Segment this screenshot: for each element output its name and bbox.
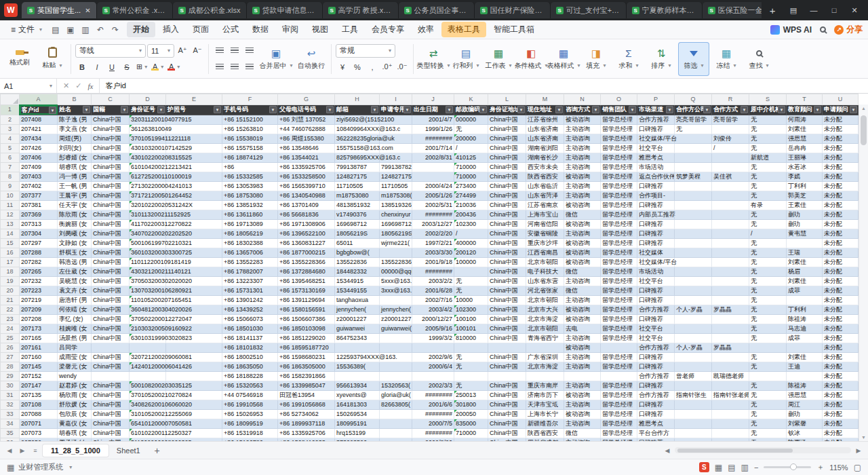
- cell[interactable]: +86 1533258500: [278, 172, 335, 181]
- cell[interactable]: 207208: [20, 314, 58, 324]
- filter-dropdown-icon[interactable]: ▼: [121, 106, 128, 113]
- cell[interactable]: 150269534: [335, 409, 380, 419]
- cell[interactable]: 630103199903020823: [130, 333, 166, 343]
- cell[interactable]: 左仕葳 (女: [58, 267, 92, 276]
- cell[interactable]: [712, 276, 749, 286]
- cell[interactable]: m18753080: [335, 191, 380, 200]
- cell[interactable]: 未分配: [823, 238, 859, 248]
- cell[interactable]: 丁利利: [787, 305, 823, 314]
- cell[interactable]: 15344915: [335, 276, 380, 286]
- document-tab[interactable]: S可过_支付宝+滴滴...: [551, 2, 627, 18]
- row-number[interactable]: 35: [1, 428, 20, 438]
- cell[interactable]: 142401200006041426: [130, 362, 166, 371]
- table-header-cell[interactable]: 手机号码▼: [222, 105, 278, 115]
- cell[interactable]: 曾老师: [675, 371, 712, 381]
- cell[interactable]: 口碑推荐: [637, 314, 675, 324]
- cell[interactable]: 273400: [454, 181, 488, 191]
- table-header-cell[interactable]: 合作方公司▼: [675, 105, 712, 115]
- cell[interactable]: [675, 362, 712, 371]
- cell[interactable]: 周煜(男): [58, 134, 92, 143]
- cell[interactable]: 河南省信阳: [526, 219, 564, 229]
- align-top-icon[interactable]: [213, 44, 226, 58]
- cell[interactable]: China中国: [488, 295, 526, 305]
- paste-button[interactable]: 粘贴▾: [38, 42, 66, 76]
- cell[interactable]: 被动咨询: [564, 409, 601, 419]
- horizontal-scrollbar[interactable]: [675, 447, 851, 453]
- cell[interactable]: 口碑推荐: [637, 229, 675, 238]
- table-header-cell[interactable]: 咨询方式▼: [564, 105, 601, 115]
- cell[interactable]: 社交媒体/平台: [637, 257, 675, 267]
- cell[interactable]: 赵君婷 (女: [58, 381, 92, 390]
- cell[interactable]: +86 刘慧 137052: [278, 115, 335, 124]
- row-number[interactable]: 11: [1, 200, 20, 210]
- cell[interactable]: 未分配: [823, 419, 859, 428]
- share-button[interactable]: ↗ 分享: [834, 24, 863, 35]
- cell[interactable]: +86 1508410933: [278, 438, 335, 441]
- cell[interactable]: 835000: [454, 419, 488, 428]
- cell[interactable]: 未分配: [823, 343, 859, 352]
- row-number[interactable]: 8: [1, 172, 20, 181]
- cell[interactable]: 2002/8/20: [412, 438, 454, 441]
- cell[interactable]: 留学总经理: [601, 419, 637, 428]
- cell[interactable]: 留学总经理: [601, 153, 637, 162]
- cell[interactable]: 100000: [454, 257, 488, 267]
- cell[interactable]: 5xxx@163.c: [380, 276, 412, 286]
- font-color-icon[interactable]: A▾: [166, 60, 181, 74]
- cell[interactable]: 北京市朝阳: [526, 295, 564, 305]
- cell[interactable]: China中国: [92, 362, 130, 371]
- cell[interactable]: China中国: [92, 305, 130, 314]
- cell[interactable]: [335, 371, 380, 381]
- cell[interactable]: 未分配: [823, 181, 859, 191]
- cell[interactable]: [675, 267, 712, 276]
- cell[interactable]: 未分配: [823, 172, 859, 181]
- cell[interactable]: 上海市长宁: [526, 409, 564, 419]
- cell[interactable]: 未分配: [823, 438, 859, 441]
- cell[interactable]: 山东省菏泽: [526, 191, 564, 200]
- cell[interactable]: /: [749, 229, 787, 238]
- cell[interactable]: 主动咨询: [564, 134, 601, 143]
- cell[interactable]: 207088: [20, 409, 58, 419]
- cell[interactable]: 留学总经理: [601, 191, 637, 200]
- cell[interactable]: 市场活动: [637, 267, 675, 276]
- table-header-cell[interactable]: 国籍▼: [92, 105, 130, 115]
- cell[interactable]: [380, 295, 412, 305]
- cell[interactable]: 2001/7/14: [412, 143, 454, 153]
- cell[interactable]: 207135: [20, 390, 58, 400]
- cell[interactable]: 无: [749, 333, 787, 343]
- cell[interactable]: 200436: [454, 210, 488, 219]
- cell[interactable]: China中国: [488, 400, 526, 409]
- cell[interactable]: 207145: [20, 362, 58, 371]
- cell[interactable]: 主动咨询: [564, 181, 601, 191]
- filter-dropdown-icon[interactable]: ▼: [517, 106, 525, 113]
- cell[interactable]: China中国: [488, 428, 526, 438]
- cell[interactable]: 四川省成都: [526, 438, 564, 441]
- cell[interactable]: +86 1877000215: [278, 248, 335, 257]
- cell[interactable]: [787, 295, 823, 305]
- cell[interactable]: 未分配: [823, 257, 859, 267]
- search-icon[interactable]: [820, 26, 826, 33]
- percent-format-icon[interactable]: %: [351, 60, 364, 74]
- cell[interactable]: 无: [749, 276, 787, 286]
- cell[interactable]: 207434: [20, 134, 58, 143]
- cell[interactable]: China中国: [92, 153, 130, 162]
- cell[interactable]: 207108: [20, 400, 58, 409]
- cell[interactable]: +86 13701409: [278, 200, 335, 210]
- row-number[interactable]: 33: [1, 409, 20, 419]
- italic-icon[interactable]: I: [90, 60, 104, 74]
- cell[interactable]: 612725200110100019: [130, 172, 166, 181]
- cell[interactable]: 11710505: [380, 181, 412, 191]
- cell[interactable]: 留学总经理: [601, 324, 637, 333]
- cell[interactable]: +86 18188228: [222, 371, 278, 381]
- cell[interactable]: 河北省张家: [526, 286, 564, 295]
- 求和-button[interactable]: Σ求和▾: [613, 42, 644, 76]
- cell[interactable]: 无: [749, 162, 787, 172]
- cell[interactable]: 口碑推荐: [637, 409, 675, 419]
- cell[interactable]: 2002/7/16: [412, 295, 454, 305]
- cell[interactable]: [526, 371, 564, 381]
- fill-color-icon[interactable]: A▾: [150, 60, 165, 74]
- cell[interactable]: 合作项目-: [637, 191, 675, 200]
- cell[interactable]: m1875308(: [380, 191, 412, 200]
- addin-label[interactable]: 业财管理系统: [18, 462, 63, 472]
- cell[interactable]: 舒棋玉 (女: [58, 248, 92, 257]
- cell[interactable]: [675, 143, 712, 153]
